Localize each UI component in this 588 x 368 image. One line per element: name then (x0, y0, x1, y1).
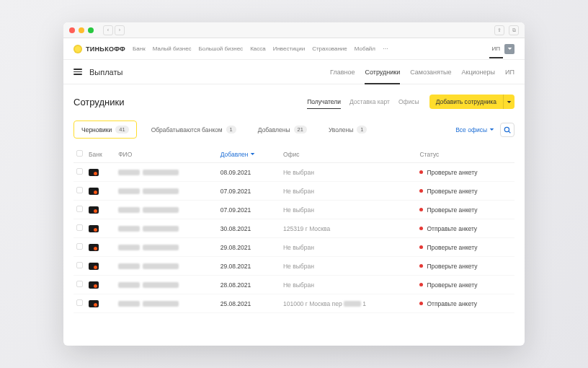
cell-date: 25.08.2021 (218, 294, 280, 313)
cell-date: 07.09.2021 (218, 182, 280, 201)
table-row[interactable]: 08.09.2021Не выбранПроверьте анкету (74, 163, 514, 182)
select-all-checkbox[interactable] (76, 150, 83, 157)
titlebar: ‹ › ⇪ ⧉ (63, 22, 525, 38)
chevron-down-icon (489, 127, 494, 132)
minimize-window-icon[interactable] (79, 27, 84, 33)
share-icon[interactable]: ⇪ (494, 25, 504, 35)
status-dot-icon (419, 170, 423, 174)
bank-card-icon (89, 281, 99, 289)
sort-desc-icon (250, 152, 255, 157)
table-row[interactable]: 28.08.2021Не выбранПроверьте анкету (74, 276, 514, 294)
nav-link[interactable]: Большой бизнес (199, 45, 244, 52)
profile-prefix: ИП (492, 45, 501, 52)
cell-office: Не выбран (280, 201, 416, 219)
brand-name: ТИНЬКОФФ (86, 45, 125, 53)
cell-status: Проверьте анкету (419, 169, 512, 176)
cell-date: 07.09.2021 (218, 201, 280, 219)
status-tab[interactable]: Обрабатываются банком1 (144, 121, 244, 139)
profile-dropdown-button[interactable] (504, 44, 514, 54)
cell-office: Не выбран (280, 163, 416, 182)
table-row[interactable]: 29.08.2021Не выбранПроверьте анкету (74, 257, 514, 276)
view-tab[interactable]: Доставка карт (349, 98, 390, 105)
page-title: Выплаты (89, 68, 122, 76)
status-tabs: Черновики41Обрабатываются банком1Добавле… (74, 121, 374, 139)
office-filter[interactable]: Все офисы (455, 126, 494, 133)
cell-date: 29.08.2021 (218, 238, 280, 257)
close-window-icon[interactable] (69, 27, 75, 33)
bank-card-icon (89, 169, 99, 176)
nav-link[interactable]: Касса (250, 45, 266, 52)
subnav-tab[interactable]: Акционеры (461, 69, 495, 76)
table-row[interactable]: 07.09.2021Не выбранПроверьте анкету (74, 182, 514, 201)
cell-office: 125319 г Москва (280, 219, 416, 238)
top-nav-links: Банк Малый бизнес Большой бизнес Касса И… (133, 45, 388, 52)
cell-status: Проверьте анкету (419, 188, 512, 195)
view-tab-active[interactable]: Получатели (307, 98, 341, 105)
row-checkbox[interactable] (76, 187, 83, 193)
col-fio[interactable]: ФИО (115, 146, 218, 163)
status-tab[interactable]: Черновики41 (74, 121, 137, 139)
row-checkbox[interactable] (76, 168, 83, 175)
search-button[interactable] (500, 123, 514, 137)
bank-card-icon (89, 300, 99, 307)
nav-link[interactable]: Малый бизнес (153, 45, 192, 52)
main-content: Сотрудники Получатели Доставка карт Офис… (63, 84, 525, 346)
row-checkbox[interactable] (76, 299, 83, 306)
bank-card-icon (89, 206, 99, 214)
status-dot-icon (419, 189, 423, 193)
col-status[interactable]: Статус (416, 146, 514, 163)
cell-status: Проверьте анкету (419, 244, 512, 251)
nav-link[interactable]: Банк (133, 45, 146, 52)
row-checkbox[interactable] (76, 243, 83, 250)
fio-redacted (118, 263, 215, 269)
row-checkbox[interactable] (76, 281, 83, 287)
search-icon (504, 126, 511, 133)
col-bank[interactable]: Банк (86, 146, 115, 163)
status-dot-icon (419, 208, 423, 211)
status-dot-icon (419, 302, 423, 305)
row-checkbox[interactable] (76, 224, 83, 231)
menu-button[interactable] (74, 69, 82, 75)
subnav-tab-active[interactable]: Сотрудники (365, 69, 400, 76)
col-office[interactable]: Офис (280, 146, 416, 163)
status-tab[interactable]: Добавлены21 (251, 121, 314, 139)
cell-date: 29.08.2021 (218, 257, 280, 276)
nav-link[interactable]: Мобайл (355, 45, 375, 52)
status-dot-icon (419, 264, 423, 268)
add-employee-button[interactable]: Добавить сотрудника (429, 95, 503, 109)
brand-logo-icon (74, 45, 82, 53)
maximize-window-icon[interactable] (88, 27, 94, 33)
view-tab[interactable]: Офисы (398, 98, 419, 105)
cell-status: Проверьте анкету (419, 281, 512, 289)
subnav-tab[interactable]: ИП (505, 69, 514, 76)
cell-status: Отправьте анкету (419, 225, 512, 232)
subnav-tab[interactable]: Самозанятые (410, 69, 451, 76)
row-checkbox[interactable] (76, 206, 83, 212)
subnav-tab[interactable]: Главное (330, 69, 355, 76)
status-dot-icon (419, 245, 423, 249)
top-nav: ТИНЬКОФФ Банк Малый бизнес Большой бизне… (63, 38, 525, 60)
table-row[interactable]: 25.08.2021101000 г Москва пер 1Отправьте… (74, 294, 514, 313)
chevron-down-icon (507, 100, 512, 105)
nav-more[interactable]: ⋯ (383, 45, 388, 52)
brand-logo[interactable]: ТИНЬКОФФ (74, 45, 125, 53)
tabs-icon[interactable]: ⧉ (509, 25, 519, 35)
status-tab[interactable]: Уволены1 (321, 121, 375, 139)
bank-card-icon (89, 188, 99, 195)
cell-status: Проверьте анкету (419, 206, 512, 214)
col-added[interactable]: Добавлен (218, 146, 280, 163)
cell-office: Не выбран (280, 238, 416, 257)
svg-point-0 (504, 127, 509, 131)
count-badge: 1 (357, 126, 367, 133)
back-button[interactable]: ‹ (103, 25, 113, 35)
table-row[interactable]: 29.08.2021Не выбранПроверьте анкету (74, 238, 514, 257)
table-row[interactable]: 07.09.2021Не выбранПроверьте анкету (74, 201, 514, 219)
nav-link[interactable]: Страхование (312, 45, 347, 52)
add-employee-dropdown[interactable] (503, 95, 514, 109)
bank-card-icon (89, 225, 99, 232)
forward-button[interactable]: › (115, 25, 125, 35)
row-checkbox[interactable] (76, 262, 83, 268)
nav-link[interactable]: Инвестиции (273, 45, 305, 52)
table-row[interactable]: 30.08.2021125319 г МоскваОтправьте анкет… (74, 219, 514, 238)
profile-switcher[interactable]: ИП (492, 45, 501, 52)
